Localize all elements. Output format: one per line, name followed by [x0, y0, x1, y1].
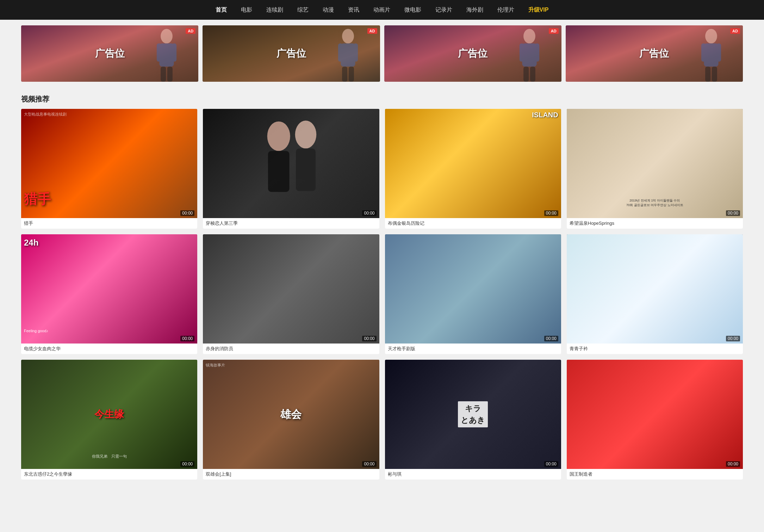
nav-item-伦理片[interactable]: 伦理片 [497, 6, 514, 14]
svg-rect-27 [296, 148, 316, 191]
ad-card-2[interactable]: 广告位AD [203, 25, 380, 82]
thumb-bg [385, 234, 561, 344]
ad-text: 广告位 [566, 25, 743, 82]
svg-point-26 [295, 120, 316, 148]
thumb-label: 镇海故事片 [206, 363, 225, 368]
ad-badge: AD [549, 28, 559, 34]
video-title: 青青子衿 [567, 344, 743, 354]
thumb-bg [203, 234, 379, 344]
thumb-text-center: 雄会 [203, 360, 379, 469]
section-title: 视频推荐 [21, 94, 743, 104]
island-text: ISLAND [532, 111, 558, 119]
thumb-bg [567, 234, 743, 344]
video-thumbnail: 2019년 전세계 1억 아이돌팬들 수의70회 골든글로브 여우주연상 노미네… [567, 109, 743, 218]
thumb-subtitle-text: 你我兄弟 只需一句 [24, 454, 194, 459]
duration-badge: 00:00 [544, 461, 558, 467]
nav-item-连续剧[interactable]: 连续剧 [266, 6, 283, 14]
video-thumbnail: 24hFeeling good♪00:00 [21, 234, 197, 344]
video-card[interactable]: 今生缘你我兄弟 只需一句00:00东北古惑仔2之今生孽缘 [21, 360, 197, 480]
video-title: 双雄会[上集] [203, 469, 379, 480]
video-card[interactable]: ISLAND00:00布偶金银岛历险记 [385, 109, 561, 229]
ad-text: 广告位 [21, 25, 198, 82]
nav-item-记录片[interactable]: 记录片 [435, 6, 452, 14]
ad-badge: AD [367, 28, 377, 34]
thumb-person-svg [220, 120, 361, 218]
ad-card-4[interactable]: 广告位AD [566, 25, 743, 82]
video-thumbnail: 今生缘你我兄弟 只需一句00:00 [21, 360, 197, 469]
thumb-bg [567, 360, 743, 469]
video-title: 赤身的消防员 [203, 344, 379, 354]
thumb-text-block: 今生缘 [21, 360, 197, 469]
video-thumbnail: 00:00 [385, 234, 561, 344]
video-card[interactable]: 00:00穿梭恋人第三季 [203, 109, 379, 229]
ad-badge: AD [186, 28, 195, 34]
nav-item-资讯[interactable]: 资讯 [348, 6, 359, 14]
video-thumbnail: ISLAND00:00 [385, 109, 561, 218]
nav-item-综艺[interactable]: 综艺 [297, 6, 309, 14]
video-title: 电缆少女血肉之华 [21, 344, 197, 354]
video-thumbnail: 00:00 [203, 234, 379, 344]
navigation: 首页电影连续剧综艺动漫资讯动画片微电影记录片海外剧伦理片升级VIP [0, 0, 764, 20]
ad-card-1[interactable]: 广告位AD [21, 25, 198, 82]
ad-card-3[interactable]: 广告位AD [384, 25, 561, 82]
video-title: 彬与琪 [385, 469, 561, 480]
svg-point-24 [267, 122, 290, 151]
ad-text: 广告位 [384, 25, 561, 82]
video-thumbnail: 雄会镇海故事片00:00 [203, 360, 379, 469]
thumb-text-overlay: 2019년 전세계 1억 아이돌팬들 수의70회 골든글로브 여우주연상 노미네… [570, 198, 740, 208]
video-title: 希望温泉HopeSprings [567, 218, 743, 229]
video-title: 国王制造者 [567, 469, 743, 480]
duration-badge: 00:00 [544, 210, 558, 216]
thumb-subtitle: Feeling good♪ [24, 329, 48, 333]
video-thumbnail: 00:00 [567, 360, 743, 469]
thumb-title-overlay: 猎手 [24, 190, 51, 208]
video-title: 猎手 [21, 218, 197, 229]
nav-item-升级VIP[interactable]: 升级VIP [528, 6, 549, 14]
duration-badge: 00:00 [180, 210, 194, 216]
duration-badge: 00:00 [544, 336, 558, 341]
video-thumbnail: 00:00 [203, 109, 379, 218]
nav-item-电影[interactable]: 电影 [241, 6, 252, 14]
svg-rect-25 [268, 151, 289, 192]
thumb-bg [385, 109, 561, 218]
video-section: 视频推荐 大型枪战悬事电视连续剧猎手00:00猎手00:00穿梭恋人第三季ISL… [0, 94, 764, 487]
video-title: 穿梭恋人第三季 [203, 218, 379, 229]
thumb-bg [21, 234, 197, 344]
ads-row: 广告位AD 广告位AD 广告位AD 广告位AD [0, 20, 764, 87]
video-card[interactable]: 雄会镇海故事片00:00双雄会[上集] [203, 360, 379, 480]
video-card[interactable]: 大型枪战悬事电视连续剧猎手00:00猎手 [21, 109, 197, 229]
duration-badge: 00:00 [362, 336, 376, 341]
video-thumbnail: キラとあき00:00 [385, 360, 561, 469]
nav-item-海外剧[interactable]: 海外剧 [466, 6, 483, 14]
duration-badge: 00:00 [726, 461, 740, 467]
ad-text: 广告位 [203, 25, 380, 82]
video-card[interactable]: 00:00天才枪手剧版 [385, 234, 561, 354]
video-card[interactable]: 2019년 전세계 1억 아이돌팬들 수의70회 골든글로브 여우주연상 노미네… [567, 109, 743, 229]
duration-badge: 00:00 [180, 461, 194, 467]
video-title: 天才枪手剧版 [385, 344, 561, 354]
nav-item-首页[interactable]: 首页 [216, 6, 227, 14]
nav-item-动画片[interactable]: 动画片 [373, 6, 390, 14]
video-title: 东北古惑仔2之今生孽缘 [21, 469, 197, 480]
thumb-overlay-text: 大型枪战悬事电视连续剧 [24, 112, 67, 117]
duration-badge: 00:00 [726, 210, 740, 216]
video-card[interactable]: 00:00青青子衿 [567, 234, 743, 354]
video-thumbnail: 大型枪战悬事电视连续剧猎手00:00 [21, 109, 197, 218]
video-thumbnail: 00:00 [567, 234, 743, 344]
duration-badge: 00:00 [726, 336, 740, 341]
duration-badge: 00:00 [180, 336, 194, 341]
video-title: 布偶金银岛历险记 [385, 218, 561, 229]
duration-badge: 00:00 [362, 461, 376, 467]
thumb-number: 24h [24, 238, 38, 248]
video-card[interactable]: 00:00赤身的消防员 [203, 234, 379, 354]
thumb-jp-text: キラとあき [385, 360, 561, 469]
video-card[interactable]: キラとあき00:00彬与琪 [385, 360, 561, 480]
nav-item-微电影[interactable]: 微电影 [404, 6, 421, 14]
video-card[interactable]: 24hFeeling good♪00:00电缆少女血肉之华 [21, 234, 197, 354]
ad-badge: AD [730, 28, 740, 34]
video-card[interactable]: 00:00国王制造者 [567, 360, 743, 480]
duration-badge: 00:00 [362, 210, 376, 216]
nav-item-动漫[interactable]: 动漫 [323, 6, 334, 14]
